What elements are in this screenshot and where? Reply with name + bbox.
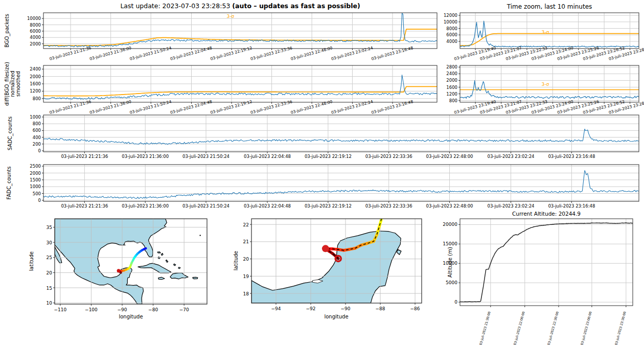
svg-text:−70: −70 bbox=[179, 307, 189, 312]
svg-text:15: 15 bbox=[47, 286, 52, 291]
altitude-chart: 0500010000150002000003-juli-2023 21:30:0… bbox=[428, 213, 640, 345]
svg-text:03-juli-2023 21:21:36: 03-juli-2023 21:21:36 bbox=[61, 203, 108, 209]
svg-text:03-juli-2023 23:16:48: 03-juli-2023 23:16:48 bbox=[548, 203, 595, 209]
svg-text:−80: −80 bbox=[148, 307, 158, 312]
svg-text:20: 20 bbox=[47, 270, 53, 275]
svg-text:03-juli-2023 21:30:00: 03-juli-2023 21:30:00 bbox=[478, 311, 491, 345]
svg-text:03-juli-2023 23:30:00: 03-juli-2023 23:30:00 bbox=[614, 311, 627, 345]
svg-text:21: 21 bbox=[243, 239, 249, 244]
svg-text:−92: −92 bbox=[306, 306, 315, 311]
svg-text:03-juli-2023 23:00:00: 03-juli-2023 23:00:00 bbox=[580, 311, 592, 345]
svg-text:2000: 2000 bbox=[30, 41, 41, 47]
svg-text:12000: 12000 bbox=[444, 13, 457, 18]
svg-text:−86: −86 bbox=[410, 306, 420, 311]
svg-text:20: 20 bbox=[243, 257, 249, 262]
svg-text:15000: 15000 bbox=[443, 241, 457, 246]
gulf-of-mexico-trajectory-map: 101520253035−110−100−90−80−70 bbox=[31, 214, 213, 324]
svg-text:−90: −90 bbox=[118, 307, 127, 312]
svg-text:4000: 4000 bbox=[30, 35, 41, 40]
yucatan-trajectory-map: 1819202122−94−92−90−88−86 bbox=[228, 214, 428, 323]
svg-text:6000: 6000 bbox=[30, 29, 41, 34]
svg-text:03-juli-2023 23:02:24: 03-juli-2023 23:02:24 bbox=[488, 203, 535, 209]
svg-text:4000: 4000 bbox=[446, 39, 457, 44]
svg-text:2500: 2500 bbox=[30, 164, 41, 169]
svg-text:−100: −100 bbox=[85, 307, 98, 312]
svg-text:400: 400 bbox=[33, 135, 41, 140]
svg-text:10000: 10000 bbox=[443, 261, 457, 266]
ylabel-fadc-counts: FADC_counts bbox=[7, 167, 12, 200]
svg-text:03-juli-2023 22:48:00: 03-juli-2023 22:48:00 bbox=[426, 203, 473, 209]
svg-text:10000: 10000 bbox=[27, 16, 41, 21]
svg-text:10: 10 bbox=[47, 301, 53, 306]
svg-text:18: 18 bbox=[243, 291, 249, 296]
svg-text:03-juli-2023 22:19:12: 03-juli-2023 22:19:12 bbox=[305, 203, 352, 209]
svg-text:800: 800 bbox=[33, 121, 41, 126]
svg-text:19: 19 bbox=[243, 274, 249, 279]
svg-text:6000: 6000 bbox=[446, 32, 457, 37]
svg-text:1200: 1200 bbox=[30, 88, 41, 94]
ylabel-bgo-packets: BGO_packets bbox=[5, 14, 10, 48]
svg-text:03-juli-2023 22:30:00: 03-juli-2023 22:30:00 bbox=[547, 311, 560, 345]
svg-text:3-σ: 3-σ bbox=[226, 14, 234, 19]
svg-text:03-juli-2023 22:04:48: 03-juli-2023 22:04:48 bbox=[244, 203, 291, 209]
svg-text:0: 0 bbox=[454, 300, 457, 305]
svg-text:3-σ: 3-σ bbox=[542, 82, 549, 87]
svg-text:2000: 2000 bbox=[446, 78, 457, 83]
svg-text:200: 200 bbox=[33, 142, 41, 147]
bgo-packets-zoom-chart: 3-σ400060008000100001200003-juli-2023 23… bbox=[428, 7, 644, 66]
svg-text:35: 35 bbox=[47, 225, 52, 230]
svg-text:0: 0 bbox=[38, 198, 41, 203]
svg-text:8000: 8000 bbox=[30, 22, 41, 28]
svg-text:−94: −94 bbox=[271, 306, 281, 311]
svg-text:22: 22 bbox=[243, 222, 249, 227]
svg-text:03-juli-2023 21:50:24: 03-juli-2023 21:50:24 bbox=[182, 203, 229, 209]
svg-text:0: 0 bbox=[38, 148, 41, 153]
svg-text:8000: 8000 bbox=[446, 26, 457, 31]
bgo-packets-chart: 3-σ20004000600080001000003-juli-2023 21:… bbox=[12, 7, 444, 66]
svg-text:1200: 1200 bbox=[446, 91, 457, 97]
svg-text:10000: 10000 bbox=[444, 19, 457, 25]
svg-text:1500: 1500 bbox=[30, 177, 41, 182]
svg-text:03-juli-2023 22:00:00: 03-juli-2023 22:00:00 bbox=[513, 311, 525, 345]
svg-text:2000: 2000 bbox=[30, 74, 41, 79]
svg-text:2800: 2800 bbox=[446, 64, 457, 70]
svg-text:03-juli-2023 22:33:36: 03-juli-2023 22:33:36 bbox=[365, 203, 412, 209]
svg-text:−88: −88 bbox=[376, 306, 385, 311]
svg-text:2400: 2400 bbox=[446, 71, 457, 76]
svg-text:1000: 1000 bbox=[30, 184, 41, 189]
svg-text:−90: −90 bbox=[341, 306, 351, 311]
svg-text:1600: 1600 bbox=[30, 81, 41, 86]
svg-text:1600: 1600 bbox=[446, 85, 457, 90]
dashboard-figure: Last update: 2023-07-03 23:28:53 (auto –… bbox=[0, 0, 644, 345]
svg-text:03-juli-2023 21:36:00: 03-juli-2023 21:36:00 bbox=[122, 203, 169, 209]
svg-text:2000: 2000 bbox=[30, 171, 41, 176]
svg-text:−110: −110 bbox=[54, 307, 67, 312]
svg-text:2400: 2400 bbox=[30, 66, 41, 72]
svg-text:800: 800 bbox=[33, 96, 41, 101]
fadc-counts-chart: 0500100015002000250003-juli-2023 21:21:3… bbox=[12, 158, 644, 219]
svg-text:1000: 1000 bbox=[30, 114, 41, 120]
svg-text:5000: 5000 bbox=[446, 280, 457, 285]
svg-text:500: 500 bbox=[33, 191, 41, 196]
svg-text:800: 800 bbox=[449, 98, 457, 103]
svg-text:3-σ: 3-σ bbox=[542, 30, 549, 35]
svg-text:600: 600 bbox=[33, 128, 41, 133]
svg-text:20000: 20000 bbox=[443, 222, 457, 227]
svg-text:25: 25 bbox=[47, 255, 52, 260]
svg-text:30: 30 bbox=[47, 240, 53, 245]
